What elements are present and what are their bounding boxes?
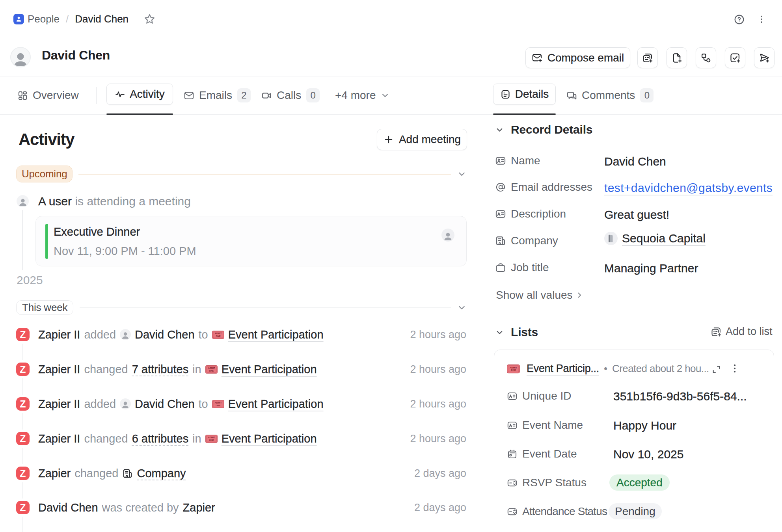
svg-text:ONE: ONE [216, 335, 220, 337]
svg-text:ADMIT: ADMIT [208, 367, 215, 369]
svg-text:ADMIT: ADMIT [214, 332, 222, 335]
svg-text:ONE: ONE [209, 369, 214, 372]
svg-text:ADMIT: ADMIT [510, 366, 517, 368]
svg-text:ONE: ONE [216, 404, 220, 406]
svg-text:ADMIT: ADMIT [214, 402, 222, 404]
svg-text:ADMIT: ADMIT [208, 436, 215, 439]
svg-text:ONE: ONE [209, 439, 214, 441]
svg-text:ONE: ONE [511, 369, 516, 371]
